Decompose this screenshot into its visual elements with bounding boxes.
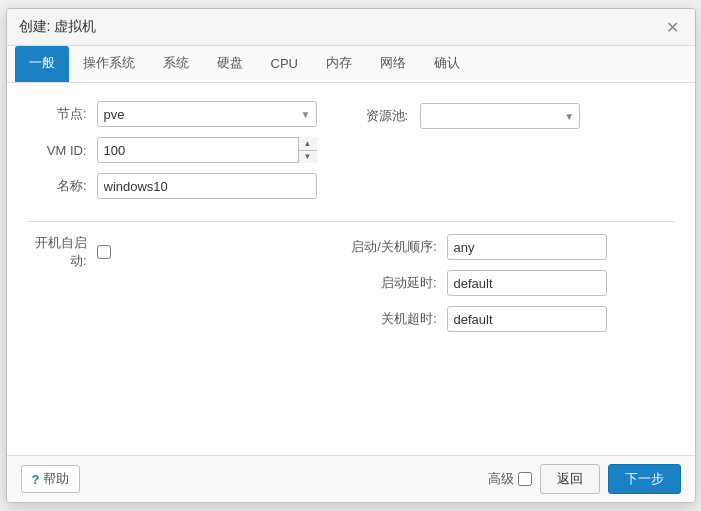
- boot-settings-col: 启动/关机顺序: 启动延时: 关机超时:: [347, 234, 675, 342]
- advanced-row: 高级: [488, 470, 532, 488]
- help-icon: ?: [32, 472, 40, 487]
- tab-harddisk[interactable]: 硬盘: [203, 46, 257, 82]
- form-divider: [27, 221, 675, 222]
- tab-network[interactable]: 网络: [366, 46, 420, 82]
- form-col-left: 节点: pve ▼ VM ID: ▲ ▼: [27, 101, 336, 209]
- boot-order-label: 启动/关机顺序:: [347, 238, 447, 256]
- autostart-col: 开机自启动:: [27, 234, 347, 342]
- advanced-checkbox[interactable]: [518, 472, 532, 486]
- tab-memory[interactable]: 内存: [312, 46, 366, 82]
- boot-delay-row: 启动延时:: [347, 270, 675, 296]
- autostart-row: 开机自启动:: [27, 234, 347, 270]
- dialog-body: 节点: pve ▼ VM ID: ▲ ▼: [7, 83, 695, 455]
- name-label: 名称:: [27, 177, 97, 195]
- footer-right: 高级 返回 下一步: [488, 464, 681, 494]
- tab-general[interactable]: 一般: [15, 46, 69, 82]
- resource-pool-row: 资源池: ▼: [366, 103, 581, 129]
- create-vm-dialog: 创建: 虚拟机 ✕ 一般 操作系统 系统 硬盘 CPU 内存 网络 确认 节点:…: [6, 8, 696, 503]
- node-label: 节点:: [27, 105, 97, 123]
- boot-delay-label: 启动延时:: [347, 274, 447, 292]
- boot-delay-input[interactable]: [447, 270, 607, 296]
- resource-pool-select-wrapper: ▼: [420, 103, 580, 129]
- autostart-label: 开机自启动:: [27, 234, 97, 270]
- dialog-title: 创建: 虚拟机: [19, 18, 97, 36]
- tab-os[interactable]: 操作系统: [69, 46, 149, 82]
- boot-order-row: 启动/关机顺序:: [347, 234, 675, 260]
- tab-system[interactable]: 系统: [149, 46, 203, 82]
- resource-pool-select[interactable]: [420, 103, 580, 129]
- vmid-spin-down[interactable]: ▼: [299, 151, 317, 164]
- help-label: 帮助: [43, 470, 69, 488]
- dialog-footer: ? 帮助 高级 返回 下一步: [7, 455, 695, 502]
- tab-cpu[interactable]: CPU: [257, 48, 312, 81]
- resource-pool-label: 资源池:: [366, 107, 409, 125]
- vmid-row: VM ID: ▲ ▼: [27, 137, 336, 163]
- vmid-spinner-wrapper: ▲ ▼: [97, 137, 317, 163]
- footer-left: ? 帮助: [21, 465, 81, 493]
- node-select-wrapper: pve ▼: [97, 101, 317, 127]
- help-button[interactable]: ? 帮助: [21, 465, 81, 493]
- vmid-spin-up[interactable]: ▲: [299, 137, 317, 151]
- form-section-top: 节点: pve ▼ VM ID: ▲ ▼: [27, 101, 675, 209]
- advanced-label: 高级: [488, 470, 514, 488]
- shutdown-timeout-row: 关机超时:: [347, 306, 675, 332]
- autostart-checkbox[interactable]: [97, 245, 111, 259]
- boot-order-input[interactable]: [447, 234, 607, 260]
- vmid-input[interactable]: [97, 137, 317, 163]
- next-button[interactable]: 下一步: [608, 464, 681, 494]
- back-button[interactable]: 返回: [540, 464, 600, 494]
- node-row: 节点: pve ▼: [27, 101, 336, 127]
- shutdown-timeout-input[interactable]: [447, 306, 607, 332]
- form-section-bottom: 开机自启动: 启动/关机顺序: 启动延时: 关机超时:: [27, 234, 675, 342]
- close-button[interactable]: ✕: [663, 17, 683, 37]
- node-select[interactable]: pve: [97, 101, 317, 127]
- name-input[interactable]: [97, 173, 317, 199]
- tab-bar: 一般 操作系统 系统 硬盘 CPU 内存 网络 确认: [7, 46, 695, 83]
- form-col-right: 资源池: ▼: [336, 101, 675, 209]
- name-row: 名称:: [27, 173, 336, 199]
- shutdown-timeout-label: 关机超时:: [347, 310, 447, 328]
- dialog-titlebar: 创建: 虚拟机 ✕: [7, 9, 695, 46]
- tab-confirm[interactable]: 确认: [420, 46, 474, 82]
- vmid-spinner-buttons: ▲ ▼: [298, 137, 317, 163]
- vmid-label: VM ID:: [27, 143, 97, 158]
